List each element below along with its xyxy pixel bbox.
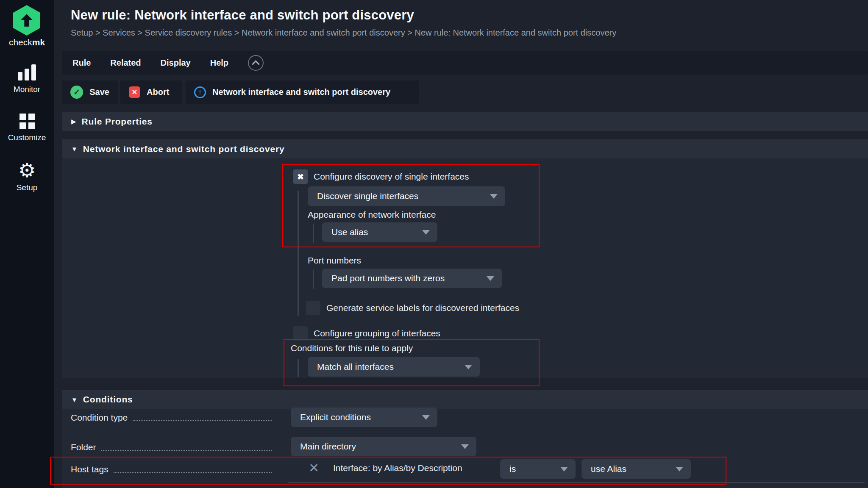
checkbox-checked-icon: ✖ [297,172,304,182]
logo-wordmark: checkmk [0,37,54,47]
dropdown-value: Pad port numbers with zeros [331,273,445,283]
grouping-label[interactable]: Configure grouping of interfaces [314,326,440,341]
checkbox-grouping[interactable] [293,326,308,341]
gear-icon: ⚙ [18,162,36,179]
section-title: Rule Properties [82,116,153,127]
folder-row: Folder [71,440,273,455]
breadcrumb: Setup > Services > Service discovery rul… [71,28,616,38]
chevron-down-icon [676,467,683,471]
discover-single-interfaces-dropdown[interactable]: Discover single interfaces [308,186,505,206]
chevron-down-icon [465,365,472,369]
grid-icon [19,114,35,129]
logo-word-mk: mk [32,37,45,47]
section-conditions[interactable]: ▼ Conditions [62,390,868,409]
dropdown-value: Discover single interfaces [317,191,418,201]
save-check-icon: ✓ [70,86,83,99]
chevron-down-icon [422,230,430,235]
condition-type-label: Condition type [71,413,128,423]
dropdown-value: Use alias [331,227,368,237]
menu-item-rule[interactable]: Rule [72,58,91,68]
port-numbers-label: Port numbers [308,254,361,267]
ruleset-link-button[interactable]: ↑ Network interface and switch port disc… [186,80,419,104]
checkbox-single-interfaces[interactable]: ✖ [293,169,308,184]
save-button[interactable]: ✓ Save [62,80,118,104]
checkmk-app-window: checkmk Monitor Customize ⚙ Setup New ru… [0,0,868,488]
single-interfaces-label[interactable]: Configure discovery of single interfaces [314,169,469,184]
logo-word-check: check [9,37,32,47]
rule-conditions-label: Conditions for this rule to apply [291,341,413,355]
abort-button-label: Abort [147,87,169,97]
dropdown-value: Main directory [300,441,356,452]
dotted-leader [114,466,272,473]
chevron-down-icon [490,194,498,199]
host-tag-operator-dropdown[interactable]: is [500,459,576,479]
sidebar: checkmk Monitor Customize ⚙ Setup [0,0,54,488]
appearance-dropdown[interactable]: Use alias [322,222,437,242]
section-rule-properties[interactable]: ▶ Rule Properties [62,112,868,131]
triangle-collapsed-icon: ▶ [71,118,76,125]
folder-dropdown[interactable]: Main directory [291,437,476,456]
match-interfaces-dropdown[interactable]: Match all interfaces [308,357,480,377]
section-title: Conditions [83,394,133,405]
host-tag-name-label: Interface: by Alias/by Description [333,461,462,475]
checkmk-logo[interactable] [13,5,40,36]
save-button-label: Save [89,87,109,97]
host-tag-value-dropdown[interactable]: use Alias [581,459,691,479]
sidebar-item-label: Monitor [14,85,40,94]
chevron-down-icon [461,444,469,449]
abort-button[interactable]: ✕ Abort [120,80,182,104]
menu-item-related[interactable]: Related [110,58,141,68]
chevron-down-icon [487,276,494,281]
ruleset-arrow-icon: ↑ [194,86,206,98]
service-labels-label[interactable]: Generate service labels for discovered i… [326,301,519,315]
page-title: New rule: Network interface and switch p… [71,8,414,23]
sidebar-item-label: Setup [17,183,38,192]
triangle-expanded-icon: ▼ [71,396,78,403]
dropdown-value: is [509,464,516,474]
chevron-up-icon [252,60,259,68]
dotted-leader [101,444,272,451]
ruleset-link-label: Network interface and switch port discov… [212,87,390,97]
logo-arrow-up-icon [18,12,35,29]
host-tags-label: Host tags [71,464,108,474]
indent-guide [313,270,314,289]
host-tags-row: Host tags [71,462,273,477]
section-main[interactable]: ▼ Network interface and switch port disc… [62,139,868,158]
indent-guide [298,191,299,316]
menu-item-help[interactable]: Help [210,58,228,68]
bar-chart-icon [18,64,36,80]
dropdown-value: Match all interfaces [317,362,394,372]
triangle-expanded-icon: ▼ [71,145,78,152]
folder-label: Folder [71,442,96,452]
row-divider [288,482,865,483]
collapse-menubar-button[interactable] [248,55,264,71]
menu-bar: Rule Related Display Help [62,51,868,75]
remove-host-tag-icon[interactable]: ✕ [309,461,319,475]
menu-item-display[interactable]: Display [161,58,191,68]
dropdown-value: Explicit conditions [300,412,371,422]
dropdown-value: use Alias [591,464,626,474]
abort-x-icon: ✕ [129,86,140,98]
sidebar-item-label: Customize [8,133,46,142]
port-numbers-dropdown[interactable]: Pad port numbers with zeros [322,269,502,288]
sidebar-item-setup[interactable]: ⚙ Setup [0,162,54,192]
checkbox-service-labels[interactable] [306,301,320,315]
sidebar-item-monitor[interactable]: Monitor [0,64,54,94]
dotted-leader [133,414,272,421]
section-title: Network interface and switch port discov… [83,144,285,154]
indent-guide [298,359,299,377]
appearance-label: Appearance of network interface [308,208,436,221]
chevron-down-icon [560,467,568,471]
indent-guide [313,224,314,243]
condition-type-dropdown[interactable]: Explicit conditions [291,408,437,427]
chevron-down-icon [422,415,430,420]
sidebar-item-customize[interactable]: Customize [0,114,54,142]
condition-type-row: Condition type [71,410,273,425]
